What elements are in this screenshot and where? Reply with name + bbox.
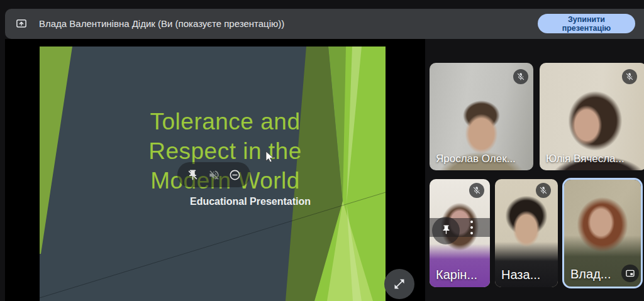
- participant-tile-vlada-self[interactable]: Влад...: [562, 178, 643, 288]
- present-screen-icon: [16, 18, 27, 30]
- participant-name: Наза...: [501, 268, 540, 282]
- mic-off-icon: [622, 69, 637, 84]
- participant-name: Влад...: [570, 267, 611, 282]
- participant-tile-karin[interactable]: Карін...: [430, 179, 490, 287]
- presenter-banner: Влада Валентинівна Дідик (Ви (показуєте …: [5, 9, 644, 39]
- participant-tile-yaroslav[interactable]: Ярослав Олек...: [430, 63, 533, 170]
- remove-from-call-icon[interactable]: [229, 169, 241, 181]
- mic-off-icon: [469, 183, 484, 198]
- expand-button[interactable]: [384, 269, 414, 299]
- slide-title-line1: Tolerance and: [65, 107, 386, 136]
- pin-icon: [441, 224, 452, 235]
- participant-name: Юлія Вячесла...: [546, 153, 625, 165]
- slide-title-line2: Respect in the: [65, 136, 386, 166]
- slide-subtitle: Educational Presentation: [115, 196, 386, 207]
- participant-name: Карін...: [436, 268, 477, 282]
- stop-presentation-line1: Зупинити: [568, 15, 605, 24]
- mouse-cursor: [265, 151, 274, 163]
- participant-name: Ярослав Олек...: [436, 153, 516, 165]
- more-options-icon[interactable]: [470, 221, 473, 238]
- stop-presentation-line2: презентацію: [562, 24, 611, 33]
- picture-in-picture-icon[interactable]: [621, 265, 639, 282]
- mic-off-icon: [513, 69, 528, 84]
- audio-off-icon[interactable]: [208, 169, 220, 181]
- stop-presentation-button[interactable]: Зупинити презентацію: [538, 14, 635, 33]
- tile-hover-controls: [177, 162, 250, 187]
- presenter-label: Влада Валентинівна Дідик (Ви (показуєте …: [39, 9, 284, 39]
- participant-tile-yulia[interactable]: Юлія Вячесла...: [540, 63, 644, 170]
- google-meet-window: Влада Валентинівна Дідик (Ви (показуєте …: [0, 0, 644, 301]
- participant-tile-naza[interactable]: Наза...: [495, 179, 558, 287]
- mic-off-icon: [536, 183, 551, 198]
- unpin-icon[interactable]: [187, 169, 199, 181]
